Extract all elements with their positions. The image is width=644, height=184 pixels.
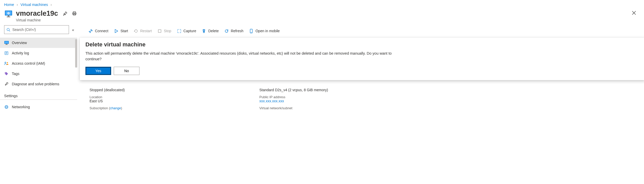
connect-icon: [89, 29, 93, 33]
open-mobile-button[interactable]: Open in mobile: [249, 29, 280, 33]
pip-value[interactable]: xxx.xxx.xxx.xxx: [259, 99, 414, 103]
search-input-box[interactable]: [4, 25, 69, 34]
dialog-title: Delete virtual machine: [85, 41, 639, 48]
sidebar-item-diagnose[interactable]: Diagnose and solve problems: [0, 79, 77, 89]
sidebar-item-label: Networking: [12, 105, 30, 109]
tag-icon: [4, 71, 9, 76]
sidebar-item-label: Tags: [12, 72, 20, 76]
svg-marker-24: [115, 29, 118, 33]
dialog-body-text: This action will permanently delete the …: [85, 51, 394, 62]
start-button[interactable]: Start: [114, 29, 128, 33]
refresh-icon: [224, 29, 229, 33]
restart-button: Restart: [134, 29, 152, 33]
sidebar-item-networking[interactable]: Networking: [0, 102, 77, 112]
mobile-icon: [249, 29, 253, 33]
breadcrumb-home[interactable]: Home: [4, 3, 14, 7]
vnet-label: Virtual network/subnet: [259, 106, 414, 110]
yes-button[interactable]: Yes: [85, 67, 111, 75]
activity-log-icon: [4, 51, 9, 55]
svg-rect-13: [5, 44, 8, 45]
toolbar-label: Refresh: [231, 29, 243, 33]
sidebar-section-settings: Settings: [0, 89, 77, 100]
sidebar-item-label: Activity log: [12, 51, 29, 55]
breadcrumb: Home › Virtual machines ›: [0, 0, 644, 8]
svg-rect-25: [158, 30, 161, 32]
delete-vm-dialog: Delete virtual machine This action will …: [80, 38, 644, 80]
svg-point-20: [5, 73, 6, 73]
toolbar-label: Open in mobile: [255, 29, 280, 33]
people-icon: [4, 61, 9, 66]
page-title: vmoracle19c: [16, 10, 58, 18]
svg-point-19: [7, 62, 8, 63]
svg-rect-2: [8, 15, 9, 16]
connect-button[interactable]: Connect: [89, 29, 108, 33]
sidebar-item-activity-log[interactable]: Activity log: [0, 48, 77, 58]
sidebar-item-label: Access control (IAM): [12, 61, 45, 65]
sidebar: « Overview Activity log Access control (…: [0, 24, 77, 112]
print-icon[interactable]: [71, 10, 78, 17]
refresh-button[interactable]: Refresh: [224, 29, 243, 33]
play-icon: [114, 29, 118, 33]
svg-rect-11: [5, 41, 8, 43]
size-value: Standard D2s_v4 (2 vcpus, 8 GiB memory): [259, 88, 414, 92]
sidebar-item-label: Diagnose and solve problems: [12, 82, 59, 86]
trash-icon: [202, 29, 206, 33]
svg-point-18: [5, 62, 6, 63]
vm-small-icon: [4, 40, 9, 45]
sidebar-item-overview[interactable]: Overview: [0, 38, 77, 48]
collapse-sidebar-icon[interactable]: «: [72, 28, 74, 32]
search-input[interactable]: [10, 26, 69, 34]
sidebar-item-tags[interactable]: Tags: [0, 69, 77, 79]
breadcrumb-separator: ›: [51, 3, 52, 7]
toolbar-label: Connect: [95, 29, 108, 33]
no-button[interactable]: No: [114, 67, 139, 75]
svg-rect-3: [7, 16, 10, 17]
networking-icon: [4, 105, 9, 109]
main-content: Connect Start Restart Stop Capture Delet…: [77, 24, 644, 110]
page-subtitle: Virtual machine: [0, 18, 644, 24]
stop-button: Stop: [157, 29, 171, 33]
location-value: East US: [90, 99, 244, 103]
toolbar-label: Capture: [183, 29, 196, 33]
sidebar-item-access-control[interactable]: Access control (IAM): [0, 58, 77, 69]
svg-point-8: [7, 28, 9, 30]
vm-icon: [4, 9, 13, 18]
toolbar-label: Start: [120, 29, 128, 33]
status-value: Stopped (deallocated): [90, 88, 244, 92]
breadcrumb-vms[interactable]: Virtual machines: [21, 3, 48, 7]
restart-icon: [134, 29, 138, 33]
delete-button[interactable]: Delete: [202, 29, 218, 33]
search-icon: [6, 28, 10, 32]
subscription-label: Subscription (change): [90, 106, 244, 110]
wrench-icon: [4, 82, 9, 86]
pin-icon[interactable]: [62, 10, 68, 17]
capture-button[interactable]: Capture: [177, 29, 196, 33]
breadcrumb-separator: ›: [17, 3, 18, 7]
capture-icon: [177, 29, 181, 33]
stop-icon: [157, 29, 162, 33]
sidebar-item-label: Overview: [12, 41, 27, 45]
svg-rect-12: [6, 44, 7, 44]
toolbar-label: Delete: [208, 29, 218, 33]
close-icon[interactable]: [632, 10, 636, 17]
toolbar-label: Stop: [164, 29, 171, 33]
scrollbar-thumb[interactable]: [75, 39, 77, 68]
toolbar-label: Restart: [140, 29, 152, 33]
subscription-change-link[interactable]: change: [110, 106, 121, 110]
page-header: vmoracle19c: [0, 8, 644, 19]
location-label: Location: [90, 95, 244, 99]
pip-label: Public IP address: [259, 95, 414, 99]
svg-line-9: [9, 30, 10, 31]
toolbar: Connect Start Restart Stop Capture Delet…: [81, 24, 644, 38]
